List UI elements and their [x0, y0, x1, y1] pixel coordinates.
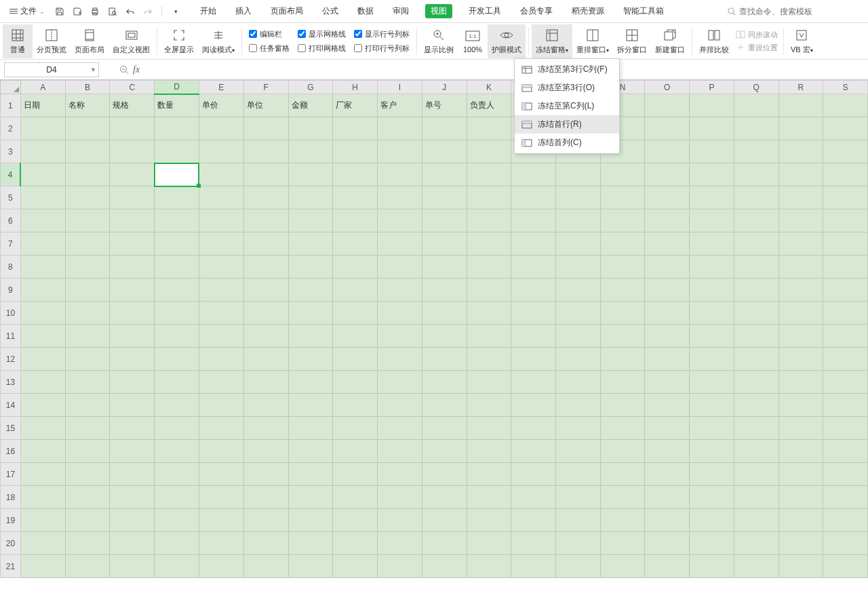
- cell-D13[interactable]: [155, 371, 199, 394]
- qat-customize-icon[interactable]: ▾: [170, 6, 181, 17]
- cell-P20[interactable]: [690, 532, 734, 555]
- cell-R1[interactable]: [778, 94, 823, 117]
- cell-J5[interactable]: [422, 186, 467, 209]
- cell-S17[interactable]: [823, 463, 868, 486]
- cell-P11[interactable]: [690, 325, 734, 348]
- cell-H18[interactable]: [333, 486, 378, 509]
- cell-S14[interactable]: [823, 394, 868, 417]
- cell-D3[interactable]: [155, 140, 199, 163]
- cell-O13[interactable]: [645, 371, 690, 394]
- cell-N18[interactable]: [600, 486, 645, 509]
- cell-G6[interactable]: [288, 209, 333, 232]
- cell-C13[interactable]: [110, 371, 155, 394]
- cell-S18[interactable]: [823, 486, 868, 509]
- zoom-100-button[interactable]: 1:1 100%: [458, 24, 488, 58]
- cell-S21[interactable]: [823, 555, 868, 578]
- cell-A21[interactable]: [20, 555, 65, 578]
- cell-A4[interactable]: [20, 163, 65, 186]
- cell-Q8[interactable]: [734, 255, 778, 279]
- cell-P16[interactable]: [690, 440, 734, 463]
- cell-R21[interactable]: [778, 555, 823, 578]
- cell-P3[interactable]: [690, 140, 734, 163]
- cell-E7[interactable]: [199, 232, 243, 255]
- row-header-5[interactable]: 5: [1, 186, 21, 209]
- cell-D4[interactable]: [155, 163, 199, 186]
- cell-S19[interactable]: [823, 509, 868, 532]
- cell-L15[interactable]: [511, 417, 556, 440]
- sheet-grid[interactable]: ABCDEFGHIJKLMNOPQRS1日期名称规格数量单价单位金额厂家客户单号…: [0, 80, 868, 578]
- row-header-21[interactable]: 21: [1, 555, 21, 578]
- cell-O4[interactable]: [645, 163, 690, 186]
- cell-G4[interactable]: [288, 163, 333, 186]
- cell-N17[interactable]: [600, 463, 645, 486]
- cell-L19[interactable]: [511, 509, 556, 532]
- dropdown-item-freeze-col-n[interactable]: 冻结至第C列(L): [515, 97, 619, 115]
- cell-K18[interactable]: [467, 486, 511, 509]
- cell-F8[interactable]: [243, 255, 288, 279]
- cell-A12[interactable]: [20, 348, 65, 371]
- cell-D20[interactable]: [155, 532, 199, 555]
- cell-H16[interactable]: [333, 440, 378, 463]
- cell-H19[interactable]: [333, 509, 378, 532]
- cell-O14[interactable]: [645, 394, 690, 417]
- cell-I5[interactable]: [378, 186, 422, 209]
- tab-视图[interactable]: 视图: [425, 4, 452, 18]
- zoom-out-icon[interactable]: [119, 65, 129, 75]
- file-menu-button[interactable]: 文件 ⌄: [5, 3, 49, 20]
- cell-C15[interactable]: [110, 417, 155, 440]
- cell-I17[interactable]: [378, 463, 422, 486]
- cell-M12[interactable]: [556, 348, 601, 371]
- cell-K10[interactable]: [467, 302, 511, 325]
- col-header-O[interactable]: O: [645, 81, 690, 94]
- cell-Q21[interactable]: [734, 555, 778, 578]
- cell-Q6[interactable]: [734, 209, 778, 232]
- cell-R8[interactable]: [778, 255, 823, 279]
- cell-Q5[interactable]: [734, 186, 778, 209]
- cell-L18[interactable]: [511, 486, 556, 509]
- cell-H15[interactable]: [333, 417, 378, 440]
- dropdown-item-freeze-row[interactable]: 冻结首行(R): [515, 115, 619, 134]
- cell-B12[interactable]: [65, 348, 110, 371]
- row-header-13[interactable]: 13: [1, 371, 21, 394]
- cell-I12[interactable]: [378, 348, 422, 371]
- cell-P9[interactable]: [690, 279, 734, 302]
- cell-A8[interactable]: [20, 255, 65, 279]
- cell-Q20[interactable]: [734, 532, 778, 555]
- cell-R19[interactable]: [778, 509, 823, 532]
- search-box[interactable]: [727, 7, 863, 16]
- cell-S12[interactable]: [823, 348, 868, 371]
- cell-P21[interactable]: [690, 555, 734, 578]
- cell-E15[interactable]: [199, 417, 243, 440]
- cell-C11[interactable]: [110, 325, 155, 348]
- cell-G20[interactable]: [288, 532, 333, 555]
- cell-E11[interactable]: [199, 325, 243, 348]
- cell-I18[interactable]: [378, 486, 422, 509]
- cell-J1[interactable]: 单号: [422, 94, 467, 117]
- cell-P13[interactable]: [690, 371, 734, 394]
- cell-O2[interactable]: [645, 117, 690, 140]
- cell-C9[interactable]: [110, 279, 155, 302]
- cell-B18[interactable]: [65, 486, 110, 509]
- col-header-F[interactable]: F: [243, 81, 288, 94]
- new-window-button[interactable]: 新建窗口: [651, 24, 689, 58]
- cell-B9[interactable]: [65, 279, 110, 302]
- cell-L20[interactable]: [511, 532, 556, 555]
- cell-I10[interactable]: [378, 302, 422, 325]
- cell-J6[interactable]: [422, 209, 467, 232]
- cell-P18[interactable]: [690, 486, 734, 509]
- cell-E4[interactable]: [199, 163, 243, 186]
- cell-C7[interactable]: [110, 232, 155, 255]
- cell-N9[interactable]: [600, 279, 645, 302]
- cell-J19[interactable]: [422, 509, 467, 532]
- cell-G13[interactable]: [288, 371, 333, 394]
- cell-R6[interactable]: [778, 209, 823, 232]
- cell-A19[interactable]: [20, 509, 65, 532]
- cell-S1[interactable]: [823, 94, 868, 117]
- cell-R16[interactable]: [778, 440, 823, 463]
- cell-S11[interactable]: [823, 325, 868, 348]
- cell-M19[interactable]: [556, 509, 601, 532]
- cell-N20[interactable]: [600, 532, 645, 555]
- chk-printgrid[interactable]: 打印网格线: [298, 43, 346, 54]
- cell-I16[interactable]: [378, 440, 422, 463]
- cell-L7[interactable]: [511, 232, 556, 255]
